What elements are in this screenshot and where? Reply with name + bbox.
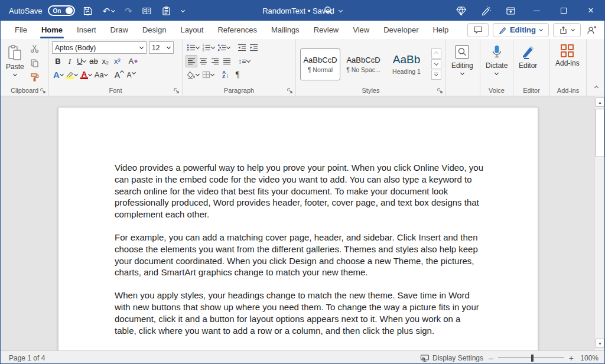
- tab-design[interactable]: Design: [135, 22, 173, 38]
- text-effects-button[interactable]: A: [52, 69, 65, 81]
- zoom-out-button[interactable]: –: [489, 354, 493, 362]
- align-center-button[interactable]: [197, 55, 209, 67]
- line-spacing-button[interactable]: ↕ ≡: [237, 55, 252, 67]
- page-indicator[interactable]: Page 1 of 4: [6, 354, 47, 362]
- multilevel-list-button[interactable]: [216, 41, 232, 54]
- share-button[interactable]: [553, 23, 581, 37]
- paragraph-3[interactable]: When you apply styles, your headings cha…: [115, 290, 484, 336]
- font-color-button[interactable]: A: [79, 69, 93, 81]
- tab-review[interactable]: Review: [307, 22, 346, 38]
- format-painter-button[interactable]: [29, 71, 41, 83]
- read-mode-button[interactable]: [140, 4, 154, 18]
- font-size-select[interactable]: 12: [149, 41, 174, 54]
- paragraph-dialog-launcher[interactable]: [287, 88, 292, 93]
- superscript-button[interactable]: x²: [111, 55, 123, 67]
- decrease-indent-button[interactable]: [236, 41, 248, 54]
- font-family-select[interactable]: Aptos (Body): [52, 41, 147, 54]
- editing-menu-button[interactable]: Editing: [448, 41, 477, 85]
- styles-scroll-up-button[interactable]: [431, 48, 441, 58]
- borders-grid-icon: [202, 71, 210, 79]
- shading-button[interactable]: [186, 69, 201, 81]
- save-button[interactable]: [81, 4, 95, 18]
- copy-button[interactable]: [29, 57, 41, 69]
- font-dialog-launcher[interactable]: [174, 88, 179, 93]
- justify-button[interactable]: [221, 55, 233, 67]
- style-normal[interactable]: AaBbCcD ¶ Normal: [300, 48, 340, 80]
- editor-button[interactable]: Editor: [515, 41, 541, 85]
- bold-button[interactable]: B: [52, 55, 64, 67]
- styles-gallery-more-button[interactable]: [431, 70, 441, 80]
- italic-button[interactable]: I: [64, 55, 76, 67]
- align-right-button[interactable]: [209, 55, 221, 67]
- ribbon-display-options-button[interactable]: [498, 1, 523, 21]
- catch-up-button[interactable]: [585, 24, 599, 37]
- scroll-up-button[interactable]: ▲: [596, 98, 604, 107]
- tab-file[interactable]: File: [8, 22, 34, 38]
- styles-scroll-down-button[interactable]: [431, 59, 441, 69]
- vertical-scrollbar[interactable]: ▲ ▼: [594, 96, 604, 350]
- redo-button[interactable]: ↷: [123, 5, 134, 17]
- tab-mailings[interactable]: Mailings: [264, 22, 307, 38]
- close-button[interactable]: ×: [577, 1, 604, 21]
- style-heading-1[interactable]: AaBb Heading 1: [386, 48, 427, 80]
- tab-draw[interactable]: Draw: [103, 22, 135, 38]
- strikethrough-button[interactable]: ab: [87, 55, 99, 67]
- borders-button[interactable]: [201, 69, 216, 81]
- display-settings-button[interactable]: Display Settings: [420, 354, 483, 362]
- clear-formatting-button[interactable]: A ◆: [127, 55, 139, 67]
- minimize-button[interactable]: [523, 1, 550, 21]
- dictate-button[interactable]: Dictate: [482, 41, 511, 85]
- autosave-toggle[interactable]: On: [48, 5, 75, 16]
- draw-tools-button[interactable]: [473, 1, 498, 21]
- clipboard-dialog-launcher[interactable]: [40, 88, 45, 93]
- subscript-button[interactable]: x₂: [99, 55, 111, 67]
- scroll-down-button[interactable]: ▼: [596, 339, 604, 348]
- maximize-button[interactable]: [550, 1, 577, 21]
- tab-developer[interactable]: Developer: [376, 22, 425, 38]
- tab-home[interactable]: Home: [34, 22, 70, 38]
- eraser-icon: ◆: [134, 58, 138, 64]
- paragraph-2[interactable]: For example, you can add a matching cove…: [115, 232, 484, 278]
- style-no-spacing[interactable]: AaBbCcD ¶ No Spac...: [343, 48, 383, 80]
- show-hide-formatting-button[interactable]: ¶: [232, 69, 243, 81]
- change-case-button[interactable]: Aa: [93, 69, 109, 81]
- increase-indent-button[interactable]: [248, 41, 259, 54]
- tab-insert[interactable]: Insert: [70, 22, 103, 38]
- zoom-slider[interactable]: [498, 358, 564, 358]
- comments-button[interactable]: [467, 23, 489, 37]
- tab-layout[interactable]: Layout: [173, 22, 210, 38]
- paste-button[interactable]: Paste: [2, 41, 28, 85]
- tab-help[interactable]: Help: [425, 22, 456, 38]
- undo-chevron-icon: [111, 8, 115, 12]
- collapse-ribbon-button[interactable]: [594, 82, 599, 93]
- tab-view[interactable]: View: [346, 22, 376, 38]
- grow-font-button[interactable]: A: [113, 69, 125, 81]
- zoom-percentage[interactable]: 100%: [578, 354, 599, 362]
- editor-label: Editor: [519, 61, 537, 70]
- styles-dialog-launcher[interactable]: [437, 88, 443, 93]
- addins-button[interactable]: Add-ins: [552, 41, 583, 85]
- premium-button[interactable]: [448, 1, 473, 21]
- zoom-slider-thumb[interactable]: [531, 355, 534, 362]
- sort-button[interactable]: AZ ↓: [220, 69, 232, 81]
- numbering-button[interactable]: 123: [201, 41, 216, 54]
- search-button[interactable]: [323, 5, 333, 15]
- underline-button[interactable]: U: [76, 55, 87, 67]
- clipboard-history-button[interactable]: [160, 4, 173, 18]
- shrink-font-button[interactable]: A: [125, 69, 137, 81]
- paragraph-1[interactable]: Video provides a powerful way to help yo…: [115, 162, 484, 220]
- undo-button[interactable]: ↶: [100, 5, 117, 17]
- maximize-icon: [561, 8, 567, 14]
- sort-arrow-icon: ↓: [226, 72, 229, 79]
- style-name: Heading 1: [392, 68, 421, 75]
- scrollbar-thumb[interactable]: [596, 109, 604, 157]
- zoom-in-button[interactable]: +: [569, 354, 574, 362]
- bullets-button[interactable]: [186, 41, 201, 54]
- customize-qat-button[interactable]: [179, 7, 187, 15]
- highlight-button[interactable]: [65, 69, 79, 81]
- document-page[interactable]: Video provides a powerful way to help yo…: [58, 107, 538, 350]
- cut-button[interactable]: [29, 43, 41, 55]
- tab-references[interactable]: References: [210, 22, 264, 38]
- editing-mode-button[interactable]: Editing: [493, 23, 549, 37]
- align-left-button[interactable]: [186, 55, 197, 67]
